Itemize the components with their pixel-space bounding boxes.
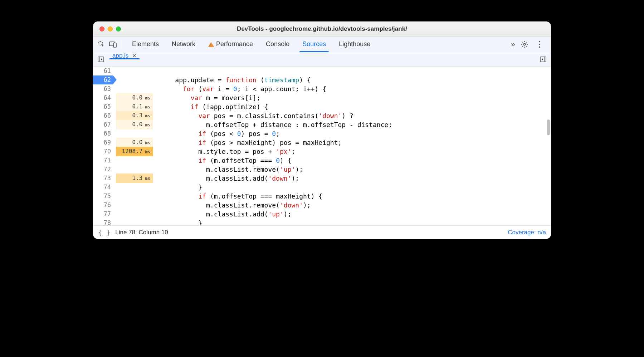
gutter-line[interactable]: 75	[93, 192, 153, 201]
panel-tab-elements[interactable]: Elements	[126, 36, 165, 52]
code-line[interactable]: m.classList.remove('down');	[160, 201, 551, 210]
gutter-line[interactable]: 690.0 ms	[93, 138, 153, 147]
line-number[interactable]: 71	[93, 156, 113, 165]
panel-tab-console[interactable]: Console	[259, 36, 296, 52]
file-tab-bar: app.js✕	[93, 52, 551, 67]
close-tab-icon[interactable]: ✕	[132, 53, 137, 59]
line-number[interactable]: 68	[93, 129, 113, 138]
panel-tab-label: Network	[172, 40, 195, 48]
gutter-line[interactable]: 61	[93, 67, 153, 75]
svg-rect-6	[540, 57, 546, 62]
gutter-line[interactable]: 76	[93, 201, 153, 210]
code-line[interactable]: app.update = function (timestamp) {	[160, 75, 551, 84]
gutter-line[interactable]: 62	[93, 75, 153, 84]
breakpoint-marker[interactable]: 62	[93, 75, 113, 84]
code-line[interactable]: if (m.offsetTop === maxHeight) {	[160, 192, 551, 201]
line-number[interactable]: 73	[93, 174, 113, 183]
line-number[interactable]: 76	[93, 201, 113, 210]
line-number[interactable]: 64	[93, 93, 113, 102]
scrollbar-thumb[interactable]	[547, 119, 550, 135]
gutter-line[interactable]: 670.0 ms	[93, 120, 153, 129]
show-debugger-icon[interactable]	[538, 52, 548, 66]
line-timing: 0.1 ms	[116, 102, 153, 112]
code-line[interactable]: if (m.offsetTop === 0) {	[160, 156, 551, 165]
code-line[interactable]: if (pos > maxHeight) pos = maxHeight;	[160, 138, 551, 147]
code-line[interactable]: m.style.top = pos + 'px';	[160, 147, 551, 156]
code-line[interactable]: var m = movers[i];	[160, 93, 551, 102]
line-number[interactable]: 67	[93, 120, 113, 129]
minimize-window-button[interactable]	[108, 26, 113, 31]
gutter-line[interactable]: 660.3 ms	[93, 111, 153, 120]
titlebar: DevTools - googlechrome.github.io/devtoo…	[93, 21, 551, 36]
cursor-position: Line 78, Column 10	[115, 229, 168, 236]
code-line[interactable]: for (var i = 0; i < app.count; i++) {	[160, 84, 551, 93]
code-line[interactable]: m.classList.add('up');	[160, 210, 551, 219]
gutter-line[interactable]: 63	[93, 84, 153, 93]
gutter-line[interactable]: 71	[93, 156, 153, 165]
svg-rect-4	[98, 57, 104, 62]
toolbar-separator	[122, 40, 122, 49]
gutter-line[interactable]: 68	[93, 129, 153, 138]
line-number[interactable]: 74	[93, 183, 113, 192]
kebab-menu-icon[interactable]: ⋮	[535, 39, 545, 49]
code-content[interactable]: app.update = function (timestamp) { for …	[153, 67, 551, 225]
inspect-element-icon[interactable]	[97, 39, 107, 49]
line-timing: 0.3 ms	[116, 111, 153, 121]
code-line[interactable]: var pos = m.classList.contains('down') ?	[160, 111, 551, 120]
svg-rect-2	[113, 43, 116, 47]
gutter-line[interactable]: 77	[93, 210, 153, 219]
line-timing: 0.0 ms	[116, 138, 153, 147]
gutter-line[interactable]: 78	[93, 219, 153, 225]
zoom-window-button[interactable]	[116, 26, 121, 31]
overflow-tabs-icon[interactable]: »	[508, 39, 518, 49]
code-line[interactable]: }	[160, 183, 551, 192]
line-number[interactable]: 70	[93, 147, 113, 156]
line-number[interactable]: 72	[93, 165, 113, 174]
code-line[interactable]: m.offsetTop + distance : m.offsetTop - d…	[160, 120, 551, 129]
code-line[interactable]: m.classList.remove('up');	[160, 165, 551, 174]
code-line[interactable]: m.classList.add('down');	[160, 174, 551, 183]
line-number[interactable]: 77	[93, 210, 113, 219]
gutter-line[interactable]: 701208.7 ms	[93, 147, 153, 156]
panel-tab-label: Lighthouse	[339, 40, 370, 48]
line-number[interactable]: 66	[93, 111, 113, 120]
line-number[interactable]: 69	[93, 138, 113, 147]
panel-tab-network[interactable]: Network	[165, 36, 202, 52]
line-gutter: 616263640.0 ms650.1 ms660.3 ms670.0 ms68…	[93, 67, 153, 225]
code-editor[interactable]: 616263640.0 ms650.1 ms660.3 ms670.0 ms68…	[93, 67, 551, 225]
gutter-line[interactable]: 640.0 ms	[93, 93, 153, 102]
file-tab-label: app.js	[112, 52, 128, 59]
line-number[interactable]: 75	[93, 192, 113, 201]
panel-tab-label: Sources	[302, 40, 326, 48]
gutter-line[interactable]: 650.1 ms	[93, 102, 153, 111]
devtools-window: DevTools - googlechrome.github.io/devtoo…	[93, 21, 551, 239]
pretty-print-icon[interactable]: { }	[98, 229, 110, 236]
code-line[interactable]: if (!app.optimize) {	[160, 102, 551, 111]
file-tab[interactable]: app.js✕	[108, 52, 141, 59]
line-number[interactable]: 61	[93, 67, 113, 75]
line-timing: 1.3 ms	[116, 173, 153, 183]
code-line[interactable]	[160, 67, 551, 75]
gutter-line[interactable]: 72	[93, 165, 153, 174]
panel-tabs: ElementsNetworkPerformanceConsoleSources…	[126, 36, 507, 52]
show-navigator-icon[interactable]	[96, 52, 106, 66]
panel-tab-lighthouse[interactable]: Lighthouse	[332, 36, 377, 52]
panel-tab-sources[interactable]: Sources	[296, 36, 332, 52]
svg-point-3	[523, 43, 526, 45]
line-number[interactable]: 63	[93, 84, 113, 93]
line-number[interactable]: 78	[93, 219, 113, 225]
gutter-line[interactable]: 74	[93, 183, 153, 192]
code-line[interactable]: }	[160, 219, 551, 225]
code-line[interactable]: if (pos < 0) pos = 0;	[160, 129, 551, 138]
coverage-status[interactable]: Coverage: n/a	[508, 229, 546, 236]
gutter-line[interactable]: 731.3 ms	[93, 174, 153, 183]
settings-gear-icon[interactable]	[519, 39, 530, 49]
line-number[interactable]: 65	[93, 102, 113, 111]
device-toolbar-icon[interactable]	[108, 39, 118, 49]
close-window-button[interactable]	[99, 26, 104, 31]
panel-tab-label: Elements	[132, 40, 159, 48]
panel-tab-performance[interactable]: Performance	[202, 36, 259, 52]
main-toolbar: ElementsNetworkPerformanceConsoleSources…	[93, 36, 551, 52]
traffic-lights	[93, 26, 121, 31]
panel-tab-label: Console	[266, 40, 289, 48]
